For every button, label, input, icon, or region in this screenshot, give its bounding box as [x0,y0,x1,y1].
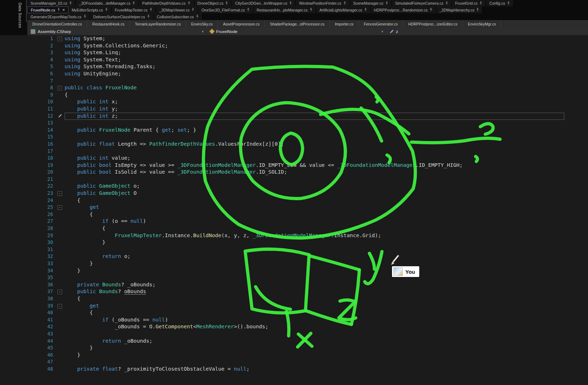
code-line[interactable]: 43 [0,330,588,338]
pin-icon[interactable] [187,1,191,5]
collapse-box-icon[interactable]: - [57,290,62,294]
fold-marker[interactable]: - [53,302,65,310]
collapse-box-icon[interactable]: - [57,37,62,41]
document-tab[interactable]: FruxelMapTester.cs [112,6,156,13]
code-line[interactable]: 33 } [0,260,588,267]
tool-tab-data-sources[interactable]: Data Sources [18,3,22,28]
code-line[interactable]: 23- public GameObject O [0,190,588,197]
document-tab[interactable]: CityGen3DGen...torWrapper.cs [232,0,296,6]
pin-icon[interactable] [309,8,313,12]
document-tab[interactable]: HDRPPostproc...Randomizer.cs [371,6,436,13]
document-tab[interactable]: FencesGenerator.cs [359,20,403,28]
code-line[interactable]: 5using System.Threading.Tasks; [0,63,588,70]
document-tab[interactable]: RestaurantHook.cs [87,20,130,28]
code-line[interactable]: 1-using System; [0,35,588,42]
collapse-box-icon[interactable]: - [57,191,62,196]
pin-icon[interactable] [479,1,482,5]
code-line[interactable]: 26 { [0,211,588,218]
code-line[interactable]: 22 public GameObject o; [0,183,588,190]
code-line[interactable]: 16 public float Length => PathfinderDept… [0,141,588,148]
document-tab[interactable]: RestaurantHo...pleManager.cs [253,6,316,13]
code-line[interactable]: 39- get [0,302,588,310]
code-line[interactable]: 9{ [0,91,588,99]
document-tab[interactable]: _3DMapViewer.cs [156,6,198,13]
pin-icon[interactable] [385,1,388,5]
pin-icon[interactable] [364,8,367,12]
fold-marker[interactable]: - [53,204,65,211]
code-line[interactable]: 8-public class FruxelNode [0,84,588,91]
fold-marker[interactable]: - [53,35,65,42]
pin-icon[interactable] [105,8,108,12]
code-line[interactable]: 34 } [0,267,588,274]
document-tab[interactable]: Generator2ExportMapTools.cs [27,13,90,20]
pin-icon[interactable] [132,1,135,5]
pin-icon[interactable] [507,1,510,5]
pin-icon[interactable] [225,1,228,5]
document-tab[interactable]: _3DFoundatio...delManager.cs [76,0,139,6]
code-line[interactable]: 11 public int y; [0,105,588,113]
code-line[interactable]: 21 [0,176,588,183]
document-tab[interactable]: MyEditorScripts.cs [69,6,112,13]
document-tab[interactable]: WindowPositionFinder.cs [296,0,350,6]
code-line[interactable]: 25- get [0,204,588,211]
code-line[interactable]: 27 if (o == null) [0,218,588,225]
document-tab[interactable]: HDRPPostproc...izerEditor.cs [403,20,463,28]
code-line[interactable]: 28 { [0,225,588,232]
code-line[interactable]: 30 } [0,239,588,246]
document-tab[interactable]: DeliverySurfaceClassHelper.cs [90,13,154,20]
code-line[interactable]: 45 } [0,344,588,352]
document-tab[interactable]: SceneManager_02.cs [27,0,76,6]
document-tab[interactable]: ArtificialLightsManager.cs [316,6,371,13]
code-line[interactable]: 32 return o; [0,253,588,260]
code-line[interactable]: 38 { [0,295,588,302]
document-tab[interactable]: Config.cs [486,0,514,6]
pin-icon[interactable] [57,8,60,12]
fold-marker[interactable]: - [53,190,65,197]
fold-marker[interactable]: - [53,84,65,91]
code-line[interactable]: 18 public int value; [0,155,588,162]
code-line[interactable]: 12 public int z; [0,113,588,120]
code-line[interactable]: 14 public FruxelNode Parent { get; set; … [0,127,588,134]
document-tab[interactable]: Importer.cs [330,20,359,28]
type-dropdown[interactable]: FruxelNode ▾ [207,28,386,35]
code-line[interactable]: 13 [0,119,588,127]
document-tab[interactable]: EnviroSkyMgr.cs [463,20,501,28]
code-line[interactable]: 19 public bool IsEmpty => value >= _3DFo… [0,162,588,169]
code-line[interactable]: 3using System.Linq; [0,49,588,56]
pin-icon[interactable] [191,8,195,12]
code-line[interactable]: 35 [0,274,588,281]
code-line[interactable]: 29 FruxelMapTester.Instance.BuildNode(x,… [0,232,588,239]
pin-icon[interactable] [445,1,448,5]
code-line[interactable]: 17 [0,148,588,155]
pin-icon[interactable] [289,1,292,5]
document-tab[interactable]: CollisionSubscriber.cs [154,13,202,20]
pin-icon[interactable] [147,15,150,19]
collapse-box-icon[interactable]: - [57,205,62,210]
collapse-box-icon[interactable]: - [57,304,62,309]
code-line[interactable]: 4using System.Text; [0,56,588,64]
pin-icon[interactable] [429,8,433,12]
code-line[interactable]: 41 if (_oBounds == null) [0,316,588,324]
pin-icon[interactable] [247,8,250,12]
collapse-box-icon[interactable]: - [57,86,62,90]
close-icon[interactable]: × [62,8,65,12]
code-line[interactable]: 46 } [0,352,588,359]
code-line[interactable]: 2using System.Collections.Generic; [0,42,588,50]
project-dropdown[interactable]: Assembly-CSharp ▾ [27,28,207,35]
code-line[interactable]: 31 [0,246,588,253]
pin-icon[interactable] [149,8,153,12]
document-tab[interactable]: DroneObject.cs [194,0,232,6]
code-line[interactable]: 7 [0,78,588,85]
member-dropdown[interactable]: z [386,28,588,35]
code-editor[interactable]: 1-using System;2using System.Collections… [0,35,588,385]
document-tab[interactable]: EnviroSky.cs [186,20,218,28]
code-line[interactable]: 42 _oBounds = O.GetComponent<MeshRendere… [0,323,588,330]
code-line[interactable]: 6using UnityEngine; [0,70,588,78]
pin-icon[interactable] [83,15,87,19]
pin-icon[interactable] [343,1,346,5]
document-tab[interactable]: FruxelNode.cs × [27,6,69,13]
document-tab[interactable]: SimulatedFisheyeCamera.cs [392,0,452,6]
pin-icon[interactable] [196,15,199,19]
document-tab[interactable]: OneSec3D_FileFormat.cs [198,6,253,13]
code-line[interactable]: 10 public int x; [0,98,588,105]
